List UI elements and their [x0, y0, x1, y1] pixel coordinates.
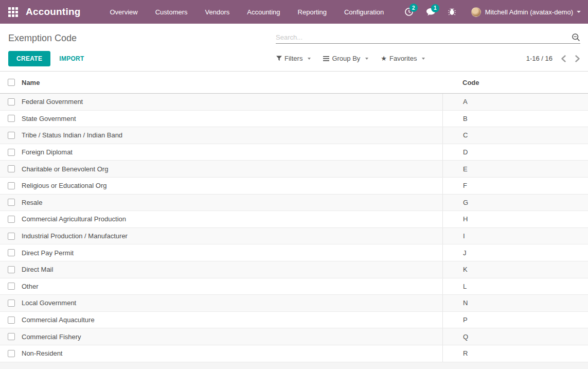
top-navbar: Accounting OverviewCustomersVendorsAccou…: [0, 0, 588, 24]
cell-code: P: [442, 312, 588, 328]
messages-icon[interactable]: 1: [426, 8, 436, 16]
cell-code: F: [442, 178, 588, 194]
table-row[interactable]: Tribe / Status Indian / Indian BandC: [0, 127, 588, 144]
control-panel: Exemption Code CREATE IMPORT Filters: [0, 24, 588, 71]
table-row[interactable]: Religious or Educational OrgF: [0, 178, 588, 195]
row-checkbox[interactable]: [8, 333, 15, 340]
filters-dropdown[interactable]: Filters: [276, 55, 311, 62]
row-checkbox[interactable]: [8, 233, 15, 240]
row-checkbox[interactable]: [8, 149, 15, 156]
favorites-dropdown[interactable]: ★ Favorites: [381, 55, 425, 62]
cell-name: Foreign Diplomat: [22, 148, 442, 156]
cell-name: Commercial Fishery: [22, 333, 442, 341]
table-row[interactable]: Foreign DiplomatD: [0, 144, 588, 161]
nav-item-overview[interactable]: Overview: [101, 5, 147, 19]
cell-code: N: [442, 295, 588, 311]
table-row[interactable]: Charitable or Benevolent OrgE: [0, 161, 588, 178]
cell-code: B: [442, 111, 588, 127]
search-icon[interactable]: [572, 33, 580, 42]
row-checkbox[interactable]: [8, 115, 15, 122]
filters-caret-icon: [308, 58, 311, 60]
page-title: Exemption Code: [8, 33, 77, 44]
cell-name: Local Government: [22, 299, 442, 307]
list-view: Name Code Federal GovernmentAState Gover…: [0, 71, 588, 362]
cell-name: State Government: [22, 115, 442, 122]
column-header-code[interactable]: Code: [442, 72, 588, 93]
cell-code: E: [442, 161, 588, 177]
user-menu[interactable]: Mitchell Admin (avatax-demo): [471, 7, 581, 17]
bug-icon[interactable]: [448, 8, 456, 16]
row-checkbox[interactable]: [8, 182, 15, 189]
row-checkbox[interactable]: [8, 266, 15, 273]
group-by-caret-icon: [365, 58, 368, 60]
row-checkbox[interactable]: [8, 249, 15, 256]
import-button[interactable]: IMPORT: [59, 55, 84, 62]
search-input[interactable]: [276, 33, 572, 41]
table-row[interactable]: Industrial Production / ManufacturerI: [0, 228, 588, 245]
nav-item-accounting[interactable]: Accounting: [238, 5, 289, 19]
nav-item-customers[interactable]: Customers: [147, 5, 197, 19]
systray: 2 1 Mitchell Admin (avatax-demo): [404, 7, 581, 17]
user-avatar: [471, 7, 481, 17]
cell-name: Industrial Production / Manufacturer: [22, 232, 442, 240]
cell-code: R: [442, 345, 588, 362]
nav-item-reporting[interactable]: Reporting: [289, 5, 335, 19]
activities-badge: 2: [409, 4, 418, 12]
column-header-name[interactable]: Name: [22, 79, 442, 86]
row-checkbox[interactable]: [8, 216, 15, 223]
footer-space: [0, 362, 588, 369]
cell-name: Direct Pay Permit: [22, 249, 442, 257]
table-row[interactable]: Direct Pay PermitJ: [0, 244, 588, 261]
cell-name: Commercial Agricultural Production: [22, 215, 442, 223]
row-checkbox[interactable]: [8, 132, 15, 139]
user-menu-caret-icon: [577, 11, 581, 13]
group-by-icon: [323, 56, 329, 61]
pager-previous-icon[interactable]: [561, 55, 566, 62]
cell-name: Religious or Educational Org: [22, 182, 442, 189]
row-checkbox[interactable]: [8, 283, 15, 290]
table-row[interactable]: OtherL: [0, 278, 588, 295]
create-button[interactable]: CREATE: [8, 51, 50, 66]
row-checkbox[interactable]: [8, 300, 15, 307]
nav-item-configuration[interactable]: Configuration: [335, 5, 393, 19]
row-checkbox[interactable]: [8, 350, 15, 357]
cell-name: Federal Government: [22, 98, 442, 106]
table-row[interactable]: Non-ResidentR: [0, 345, 588, 362]
select-all-checkbox[interactable]: [8, 79, 15, 86]
star-icon: ★: [381, 55, 387, 62]
list-body: Federal GovernmentAState GovernmentBTrib…: [0, 94, 588, 362]
cell-code: K: [442, 261, 588, 278]
table-row[interactable]: Commercial FisheryQ: [0, 328, 588, 345]
cell-code: H: [442, 211, 588, 227]
user-name: Mitchell Admin (avatax-demo): [485, 8, 573, 16]
table-row[interactable]: Federal GovernmentA: [0, 94, 588, 111]
cell-name: Resale: [22, 199, 442, 206]
table-row[interactable]: State GovernmentB: [0, 111, 588, 128]
nav-item-vendors[interactable]: Vendors: [197, 5, 239, 19]
messages-badge: 1: [431, 4, 439, 12]
cell-code: J: [442, 244, 588, 261]
apps-grid-icon[interactable]: [8, 7, 18, 17]
table-row[interactable]: ResaleG: [0, 195, 588, 212]
cell-code: Q: [442, 328, 588, 345]
row-checkbox[interactable]: [8, 98, 15, 106]
filter-icon: [276, 56, 282, 61]
table-row[interactable]: Commercial AquacultureP: [0, 312, 588, 329]
pager-value: 1-16 / 16: [526, 55, 553, 62]
group-by-dropdown[interactable]: Group By: [323, 55, 368, 62]
activities-icon[interactable]: 2: [404, 7, 414, 16]
cell-name: Tribe / Status Indian / Indian Band: [22, 131, 442, 139]
pager: 1-16 / 16: [526, 55, 580, 62]
search-box: [276, 33, 580, 44]
row-checkbox[interactable]: [8, 165, 15, 172]
table-row[interactable]: Local GovernmentN: [0, 295, 588, 312]
row-checkbox[interactable]: [8, 199, 15, 206]
cell-code: I: [442, 228, 588, 244]
pager-next-icon[interactable]: [575, 55, 580, 62]
table-row[interactable]: Commercial Agricultural ProductionH: [0, 211, 588, 228]
cell-name: Non-Resident: [22, 349, 442, 357]
table-row[interactable]: Direct MailK: [0, 261, 588, 278]
row-checkbox[interactable]: [8, 317, 15, 324]
cell-name: Commercial Aquaculture: [22, 316, 442, 324]
app-title[interactable]: Accounting: [26, 6, 81, 17]
